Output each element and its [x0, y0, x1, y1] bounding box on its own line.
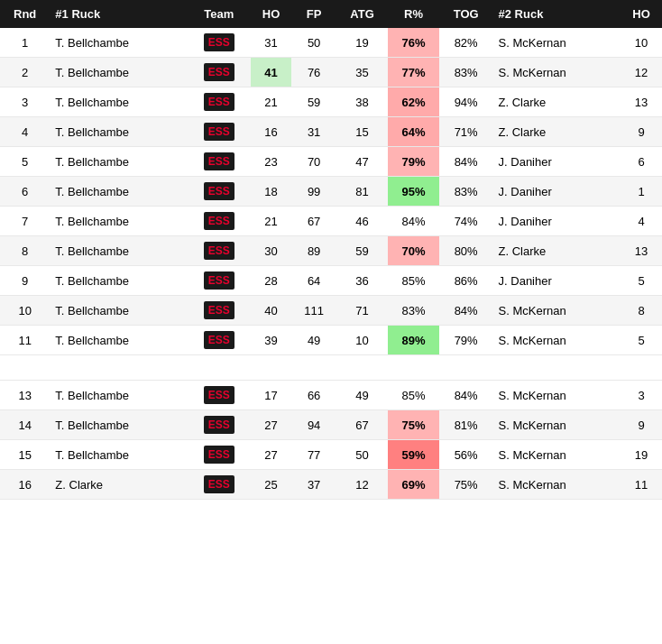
col-fp: FP	[291, 0, 336, 28]
ruck1-name: T. Bellchambe	[50, 410, 187, 440]
fp-value: 50	[291, 28, 336, 58]
ho2-value: 19	[621, 440, 662, 470]
empty-cell	[0, 355, 50, 381]
ruck2-name: J. Daniher	[493, 177, 621, 207]
tog-value: 56%	[439, 440, 493, 470]
ho2-value: 3	[621, 381, 662, 410]
empty-cell	[251, 355, 292, 381]
tog-value: 84%	[439, 381, 493, 410]
fp-value: 111	[291, 296, 336, 326]
ruck2-name: J. Daniher	[493, 147, 621, 177]
ruck2-name: Z. Clarke	[493, 87, 621, 117]
table-row: 8T. BellchambeESS30895970%80%Z. Clarke13	[0, 236, 662, 266]
team-badge: ESS	[204, 242, 234, 260]
tog-value: 84%	[439, 296, 493, 326]
table-row: 11T. BellchambeESS39491089%79%S. McKerna…	[0, 326, 662, 355]
table-row: 2T. BellchambeESS41763577%83%S. McKernan…	[0, 58, 662, 87]
tog-value: 71%	[439, 117, 493, 147]
team-badge: ESS	[204, 63, 234, 81]
rpct-value: 70%	[388, 236, 439, 266]
tog-value: 86%	[439, 266, 493, 296]
col-rpct: R%	[388, 0, 439, 28]
fp-value: 66	[291, 381, 336, 410]
atg-value: 15	[336, 117, 388, 147]
rpct-value: 75%	[388, 410, 439, 440]
ho2-value: 9	[621, 410, 662, 440]
team-badge: ESS	[204, 212, 234, 230]
empty-cell	[493, 355, 621, 381]
tog-value: 82%	[439, 28, 493, 58]
ho1-value: 23	[251, 147, 292, 177]
tog-value: 79%	[439, 326, 493, 355]
ho2-value: 5	[621, 266, 662, 296]
atg-value: 50	[336, 440, 388, 470]
table-row: 5T. BellchambeESS23704779%84%J. Daniher6	[0, 147, 662, 177]
fp-value: 89	[291, 236, 336, 266]
round-number: 9	[0, 266, 50, 296]
tog-value: 74%	[439, 207, 493, 236]
round-number: 11	[0, 326, 50, 355]
rpct-value: 85%	[388, 381, 439, 410]
ruck2-name: S. McKernan	[493, 440, 621, 470]
round-number: 10	[0, 296, 50, 326]
fp-value: 94	[291, 410, 336, 440]
ruck1-name: T. Bellchambe	[50, 236, 187, 266]
ho1-value: 16	[251, 117, 292, 147]
fp-value: 37	[291, 470, 336, 500]
team-badge: ESS	[204, 475, 234, 493]
ruck2-name: S. McKernan	[493, 28, 621, 58]
ruck2-name: S. McKernan	[493, 326, 621, 355]
ho2-value: 6	[621, 147, 662, 177]
ho1-value: 18	[251, 177, 292, 207]
rpct-value: 62%	[388, 87, 439, 117]
ho2-value: 8	[621, 296, 662, 326]
round-number: 8	[0, 236, 50, 266]
rpct-value: 76%	[388, 28, 439, 58]
rpct-value: 85%	[388, 266, 439, 296]
team-badge: ESS	[204, 182, 234, 200]
ruck1-name: T. Bellchambe	[50, 177, 187, 207]
ruck1-name: T. Bellchambe	[50, 440, 187, 470]
team-cell: ESS	[188, 28, 251, 58]
ruck2-name: S. McKernan	[493, 58, 621, 87]
round-number: 16	[0, 470, 50, 500]
ho1-value: 31	[251, 28, 292, 58]
ho2-value: 13	[621, 236, 662, 266]
atg-value: 19	[336, 28, 388, 58]
rpct-value: 84%	[388, 207, 439, 236]
empty-cell	[439, 355, 493, 381]
round-number: 7	[0, 207, 50, 236]
col-ho2: HO	[621, 0, 662, 28]
team-badge: ESS	[204, 93, 234, 111]
ho2-value: 10	[621, 28, 662, 58]
ruck2-name: J. Daniher	[493, 207, 621, 236]
round-number: 13	[0, 381, 50, 410]
table-row: 6T. BellchambeESS18998195%83%J. Daniher1	[0, 177, 662, 207]
ho1-value: 17	[251, 381, 292, 410]
team-badge: ESS	[204, 33, 234, 51]
atg-value: 49	[336, 381, 388, 410]
empty-cell	[188, 355, 251, 381]
empty-cell	[336, 355, 388, 381]
atg-value: 59	[336, 236, 388, 266]
round-number: 5	[0, 147, 50, 177]
team-badge: ESS	[204, 331, 234, 349]
col-atg: ATG	[336, 0, 388, 28]
table-row: 10T. BellchambeESS401117183%84%S. McKern…	[0, 296, 662, 326]
col-ruck2: #2 Ruck	[493, 0, 621, 28]
ruck1-name: T. Bellchambe	[50, 207, 187, 236]
atg-value: 81	[336, 177, 388, 207]
col-team: Team	[188, 0, 251, 28]
ho2-value: 1	[621, 177, 662, 207]
ho1-value: 39	[251, 326, 292, 355]
atg-value: 12	[336, 470, 388, 500]
ho2-value: 13	[621, 87, 662, 117]
tog-value: 81%	[439, 410, 493, 440]
round-number: 15	[0, 440, 50, 470]
rpct-value: 79%	[388, 147, 439, 177]
ho1-value: 41	[251, 58, 292, 87]
ho1-value: 28	[251, 266, 292, 296]
table-row: 9T. BellchambeESS28643685%86%J. Daniher5	[0, 266, 662, 296]
team-badge: ESS	[204, 152, 234, 170]
team-badge: ESS	[204, 301, 234, 319]
